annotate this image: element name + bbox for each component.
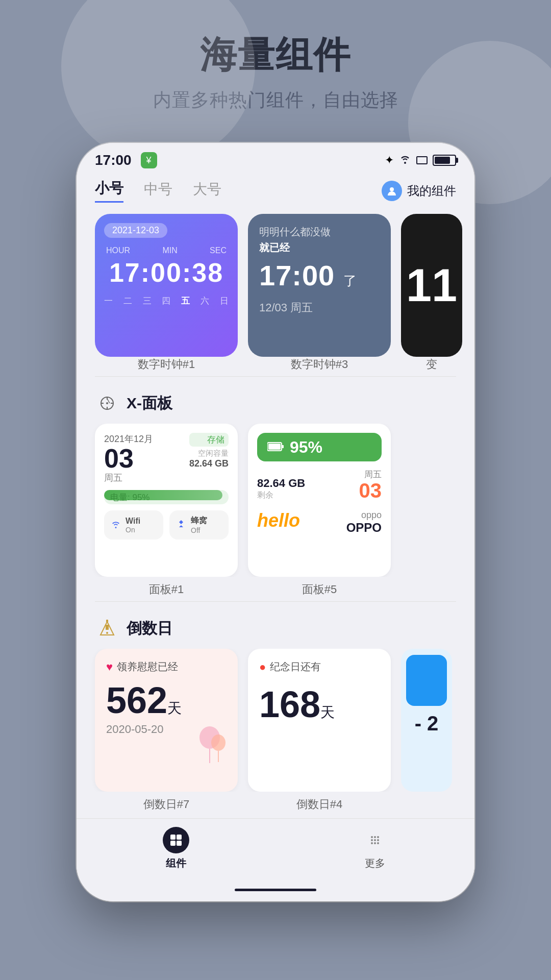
my-widget[interactable]: 我的组件 xyxy=(382,181,456,201)
pw1-storage-value: 82.64 GB xyxy=(189,458,229,469)
section-countdown-header: 倒数日 xyxy=(77,606,474,649)
cdw2-title: ● 纪念日还有 xyxy=(259,660,380,674)
svg-point-24 xyxy=(371,839,373,841)
tab-medium[interactable]: 中号 xyxy=(144,180,172,202)
svg-point-26 xyxy=(377,839,379,841)
pw1-storage-sublabel: 空闲容量 xyxy=(189,449,229,458)
pw1-storage: 存储 空闲容量 82.64 GB xyxy=(189,433,229,469)
svg-point-22 xyxy=(374,836,376,838)
pw1-battery-text: 电量: 95% xyxy=(110,492,149,503)
xpanel-title: X-面板 xyxy=(127,393,172,414)
status-bar: 17:00 ¥ ✦ xyxy=(77,143,474,173)
panel-widgets-row: 2021年12月 03 周五 存储 空闲容量 82.64 GB 电量: 95% xyxy=(77,424,474,577)
clock-labels-row: 数字时钟#1 数字时钟#3 变 xyxy=(77,357,474,372)
svg-point-16 xyxy=(211,734,226,751)
panel-labels-row: 面板#1 面板#5 xyxy=(77,582,474,597)
pw5-storage-val: 82.64 GB xyxy=(257,477,305,490)
panel-widget-1[interactable]: 2021年12月 03 周五 存储 空闲容量 82.64 GB 电量: 95% xyxy=(95,424,238,577)
pw5-storage-sub: 剩余 xyxy=(257,490,305,501)
clock-widget-2[interactable]: 明明什么都没做 就已经 17:00 了 12/03 周五 xyxy=(248,214,391,357)
scroll-content: 2021-12-03 HOUR MIN SEC 17:00:38 一 二 三 四… xyxy=(77,209,474,901)
svg-rect-19 xyxy=(170,841,176,846)
svg-point-21 xyxy=(371,836,373,838)
svg-point-23 xyxy=(377,836,379,838)
cdw2-days: 168天 xyxy=(259,686,380,723)
divider-2 xyxy=(95,601,456,602)
panel1-label: 面板#1 xyxy=(95,582,238,597)
cw1-weekdays: 一 二 三 四 五 六 日 xyxy=(104,295,229,307)
avatar-icon xyxy=(382,181,402,201)
svg-point-0 xyxy=(390,187,394,191)
tab-bar: 小号 中号 大号 我的组件 xyxy=(77,173,474,209)
home-indicator xyxy=(235,889,316,891)
countdown-widget-2[interactable]: ● 纪念日还有 168天 xyxy=(248,649,391,792)
bottom-nav: 组件 更多 xyxy=(77,818,474,885)
cdw3-blue-card xyxy=(406,655,447,706)
nav-widget[interactable]: 组件 xyxy=(77,827,276,870)
pw5-oppo: oppo OPPO xyxy=(346,510,382,535)
svg-rect-14 xyxy=(106,620,108,622)
nav-widget-label: 组件 xyxy=(166,856,186,870)
countdown-widgets-row: ♥ 领养慰慰已经 562天 2020-05-20 xyxy=(77,649,474,792)
clock-widget-3-partial: 11 xyxy=(401,214,462,357)
svg-rect-18 xyxy=(177,835,182,840)
svg-point-25 xyxy=(374,839,376,841)
pw1-date: 2021年12月 03 周五 xyxy=(104,433,153,484)
phone-mockup: 17:00 ¥ ✦ 小号 中号 大号 我的组件 xyxy=(77,143,474,901)
countdown-labels-row: 倒数日#7 倒数日#4 xyxy=(77,797,474,812)
pw5-date-col: 周五 03 xyxy=(359,469,382,501)
clock-widgets-row: 2021-12-03 HOUR MIN SEC 17:00:38 一 二 三 四… xyxy=(77,214,474,357)
pw5-hello: hello xyxy=(257,510,300,535)
tab-large[interactable]: 大号 xyxy=(193,180,221,202)
pw1-date-day: 03 xyxy=(104,445,153,472)
cw2-time: 17:00 了 xyxy=(259,259,380,292)
widget-nav-icon xyxy=(163,827,189,853)
cw2-msg-top: 明明什么都没做 xyxy=(259,225,380,239)
pw1-network-row: Wifi On 蜂窝 Off xyxy=(104,510,229,540)
clock1-label: 数字时钟#1 xyxy=(95,357,238,372)
cw1-labels: HOUR MIN SEC xyxy=(104,246,229,255)
clock2-label: 数字时钟#3 xyxy=(248,357,391,372)
pw5-logos: hello oppo OPPO xyxy=(257,510,382,535)
svg-rect-9 xyxy=(282,445,284,448)
svg-rect-12 xyxy=(106,625,109,630)
pw1-battery-container: 电量: 95% xyxy=(104,490,229,504)
cw2-date: 12/03 周五 xyxy=(259,300,380,315)
countdown2-label: 倒数日#4 xyxy=(248,797,391,812)
svg-point-13 xyxy=(106,632,108,634)
tab-small[interactable]: 小号 xyxy=(95,179,123,203)
cw1-time: 17:00:38 xyxy=(104,257,229,288)
panel-widget-5[interactable]: 95% 82.64 GB 剩余 周五 03 hello xyxy=(248,424,391,577)
nav-more[interactable]: 更多 xyxy=(276,827,474,870)
divider-1 xyxy=(95,376,456,377)
pw1-top: 2021年12月 03 周五 存储 空闲容量 82.64 GB xyxy=(104,433,229,484)
countdown-widget-1[interactable]: ♥ 领养慰慰已经 562天 2020-05-20 xyxy=(95,649,238,792)
pw5-battery-pct: 95% xyxy=(290,438,322,457)
countdown-title: 倒数日 xyxy=(127,618,172,639)
xpanel-icon xyxy=(95,391,119,415)
pw1-wifi: Wifi On xyxy=(104,510,163,540)
clock3-label: 变 xyxy=(401,357,462,372)
wifi-icon xyxy=(399,155,411,166)
clock-widget-1[interactable]: 2021-12-03 HOUR MIN SEC 17:00:38 一 二 三 四… xyxy=(95,214,238,357)
countdown-icon xyxy=(95,616,119,641)
svg-rect-20 xyxy=(177,841,182,846)
signal-icon xyxy=(416,156,428,164)
svg-rect-17 xyxy=(170,835,176,840)
wifi-status-icon xyxy=(110,519,121,532)
pw1-date-weekday: 周五 xyxy=(104,472,153,484)
cdw1-decoration xyxy=(192,722,228,776)
svg-rect-10 xyxy=(268,444,281,450)
svg-point-29 xyxy=(377,842,379,844)
more-nav-icon xyxy=(362,827,388,853)
pw5-battery-bar: 95% xyxy=(257,433,382,461)
bluetooth-icon: ✦ xyxy=(385,154,394,167)
status-icons: ✦ xyxy=(385,154,456,167)
cw1-date-badge: 2021-12-03 xyxy=(104,223,167,238)
cdw1-heart-icon: ♥ xyxy=(106,660,113,674)
status-app-icon: ¥ xyxy=(141,152,157,168)
cdw3-num: - 2 xyxy=(415,712,439,735)
svg-point-27 xyxy=(371,842,373,844)
cdw2-dot-icon: ● xyxy=(259,660,266,674)
svg-point-28 xyxy=(374,842,376,844)
